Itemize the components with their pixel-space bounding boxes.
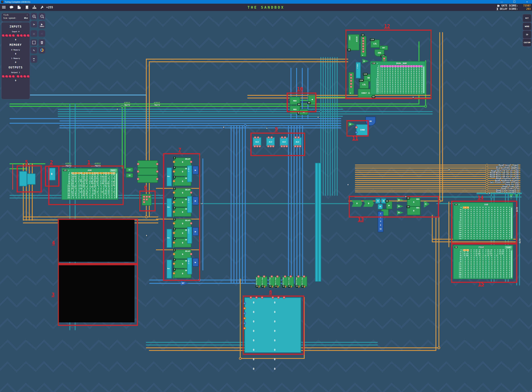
lsl-component[interactable]: LSL 128 xyxy=(370,40,380,48)
asm-scrollbar[interactable] xyxy=(116,173,117,198)
delete-button[interactable] xyxy=(38,39,45,46)
bit-toggle[interactable] xyxy=(5,75,8,78)
buffer-component[interactable]: ▶ xyxy=(193,227,199,236)
book-icon[interactable] xyxy=(23,4,31,10)
bit-counter[interactable]: 124816 xyxy=(378,211,383,232)
value-display[interactable]: 0 xyxy=(48,168,56,180)
ssd-undo-icon[interactable]: ↶ xyxy=(459,204,460,206)
bit-toggle[interactable] xyxy=(16,34,19,37)
mux-component[interactable]: MUX 64 xyxy=(290,97,300,105)
bit-toggle[interactable] xyxy=(20,75,23,78)
bit-pair-component[interactable]: 2 bit xyxy=(187,227,192,244)
file-load-button[interactable]: Load xyxy=(505,246,512,248)
component-count[interactable]: +255 xyxy=(46,6,53,9)
zoom-out-button[interactable]: − xyxy=(38,13,45,20)
register-component[interactable]: REG0 16 xyxy=(407,198,420,207)
file-table[interactable]: 16 FILE Load 082160082320082480082640016… xyxy=(453,245,513,279)
buffer-component[interactable]: ▶ xyxy=(193,196,199,205)
bit-toggle[interactable] xyxy=(27,34,30,37)
custom-component[interactable] xyxy=(27,173,36,185)
wrench-icon[interactable] xyxy=(38,4,46,10)
bit-pair-component[interactable]: 2 bit xyxy=(187,165,192,182)
register-component[interactable]: REG0 16 xyxy=(407,206,420,215)
bit-pair-component[interactable]: 2 bit xyxy=(356,62,361,78)
category-custom-button[interactable]: CUSTOM xyxy=(522,38,532,47)
bit-toggle[interactable] xyxy=(12,75,15,78)
dec-component[interactable]: Dec xyxy=(166,260,172,279)
alu-unit[interactable]: ALU xyxy=(266,137,275,146)
bit-pair-component[interactable]: 2 bit xyxy=(187,257,192,274)
category-word-button[interactable]: WORD xyxy=(522,22,532,30)
bit-toggle[interactable] xyxy=(23,34,26,37)
mini-component[interactable] xyxy=(137,160,158,168)
close-button[interactable]: × xyxy=(524,0,530,3)
maximize-button[interactable] xyxy=(511,0,518,3)
mux-component[interactable]: MUX 64 xyxy=(290,105,300,114)
bit-toggle[interactable] xyxy=(2,75,5,78)
arg2-delay[interactable]: DELAY 0 Arg216 xyxy=(301,276,307,287)
draw-button[interactable]: ✎ xyxy=(31,47,37,53)
bus-bar[interactable] xyxy=(315,163,318,282)
hierarchy-icon[interactable] xyxy=(31,4,38,10)
chevron-value[interactable]: 0 xyxy=(363,200,374,207)
asm-table[interactable]: 128 ↶ ASM Edit 0152150180916008924200148… xyxy=(62,168,118,200)
category-bit-button[interactable]: BIT xyxy=(522,14,532,22)
and-gate[interactable]: AND 128 xyxy=(374,49,384,56)
bit-pair-component[interactable]: 2 bit xyxy=(187,196,192,213)
circuit-canvas[interactable]: 0 32 32 128 ↶ ASM Edit 01521501809160089… xyxy=(0,11,532,392)
dual-ram-table[interactable]: 128 ↶ DUAL_RAM 0000000000000000016000000… xyxy=(370,61,425,95)
chevron-value[interactable]: 0 xyxy=(352,200,362,207)
asm-edit-button[interactable]: Edit xyxy=(110,169,117,172)
minimize-button[interactable]: — xyxy=(499,0,505,3)
file-scrollbar[interactable] xyxy=(511,249,512,278)
cond-component[interactable]: COND xyxy=(356,124,369,135)
dual-ram-undo-icon[interactable]: ↶ xyxy=(377,62,378,65)
arg2-delay[interactable]: DELAY 0 Arg216 xyxy=(275,276,281,287)
alu-unit[interactable]: ALU xyxy=(280,137,288,146)
bit-toggle[interactable] xyxy=(16,75,19,78)
arg1-delay[interactable]: DELAY 0 Arg116 xyxy=(269,276,275,287)
dec-component[interactable]: Dec xyxy=(166,198,172,217)
dec-component[interactable]: Dec xyxy=(166,168,172,186)
category-io-button[interactable]: IO xyxy=(522,31,532,38)
splitter-strip[interactable]: ▶ 16 xyxy=(361,36,366,57)
bit-toggle[interactable] xyxy=(23,75,26,78)
arg2-delay[interactable]: DELAY 0 Arg216 xyxy=(261,276,267,287)
alu-unit[interactable]: ALU xyxy=(293,137,302,146)
new-file-icon[interactable] xyxy=(15,4,23,10)
bit-toggle[interactable] xyxy=(12,34,15,37)
lsl-component[interactable]: LSL 128 xyxy=(359,80,369,89)
mini-display[interactable] xyxy=(142,194,152,206)
or-gate[interactable]: OR xyxy=(375,198,380,204)
console-component[interactable]: 0000000000000000 xyxy=(244,297,301,353)
ssd-table[interactable]: 16 ↶ SSD 0000000000000000016000000000000… xyxy=(453,202,513,240)
arg1-delay[interactable]: DELAY 0 Arg116 xyxy=(282,276,288,287)
step-back-button[interactable]: < xyxy=(38,30,45,37)
select-button[interactable] xyxy=(31,39,37,46)
const-component[interactable]: CONST 65535 16 xyxy=(348,34,359,51)
buffer-component[interactable]: ◀ 64 xyxy=(308,95,316,103)
asm-undo-icon[interactable]: ↶ xyxy=(68,169,69,172)
color-wheel-button[interactable] xyxy=(38,47,45,53)
bus-tap-32[interactable]: 32 xyxy=(126,173,133,178)
buffer-component[interactable]: ▶ 16 xyxy=(386,201,392,209)
play-button[interactable]: ▶10kHz xyxy=(38,21,45,28)
menu-icon[interactable] xyxy=(0,4,8,10)
stop-button[interactable]: ■ xyxy=(31,30,37,37)
arg1-delay[interactable]: DELAY 0 Arg116 xyxy=(256,276,262,287)
bit-toggle[interactable] xyxy=(27,75,30,78)
alu-unit[interactable]: ALU xyxy=(253,137,261,146)
splitter-strip[interactable]: ▶ xyxy=(348,72,354,95)
custom-component[interactable] xyxy=(19,171,27,186)
dec-component[interactable]: Dec xyxy=(166,229,172,248)
buffer-component[interactable]: ▶ xyxy=(193,258,199,267)
buffer-component[interactable]: ▶ xyxy=(193,166,199,174)
bit-toggle[interactable] xyxy=(9,34,11,37)
arg1-delay[interactable]: DELAY 0 Arg116 xyxy=(296,276,302,287)
ssd-scrollbar[interactable] xyxy=(511,207,512,239)
bus-bar[interactable] xyxy=(318,163,321,282)
bus-width-button[interactable]: ↔8 xyxy=(31,55,37,63)
bus-tap-32[interactable]: 32 xyxy=(126,168,133,172)
arg2-delay[interactable]: DELAY 0 Arg216 xyxy=(288,276,294,287)
bit-toggle[interactable] xyxy=(20,34,23,37)
